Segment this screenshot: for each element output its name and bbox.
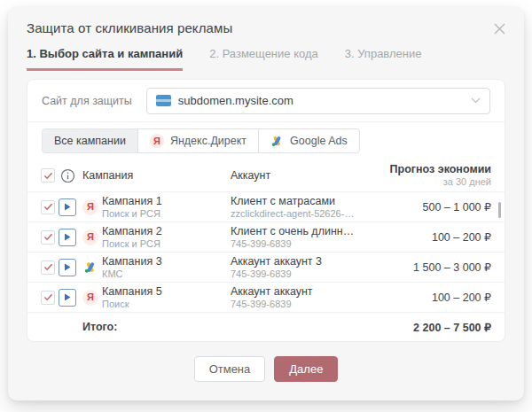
yandex-icon: Я [82,290,98,306]
row-checkbox[interactable] [41,291,55,305]
row-checkbox[interactable] [41,200,55,214]
campaign-type: Поиск и РСЯ [102,208,231,220]
campaign-name: Кампания 2 [102,225,231,238]
table-header-row: Кампания Аккаунт Прогноз экономии за 30 … [27,159,505,191]
table-total-row: Итого: 2 200 – 7 500 ₽ [27,312,505,341]
account-name: Аккаунт аккаунт 3 [231,255,358,268]
table-row: Я Кампания 5Поиск Аккаунт аккаунт745-399… [27,282,505,312]
scrollbar-thumb[interactable] [498,202,501,218]
campaign-type: Поиск и РСЯ [102,238,231,250]
content-card: Сайт для защиты subdomen.mysite.com Все … [27,79,505,342]
column-header-forecast-subtitle: за 30 дней [358,176,491,188]
tab-step-3-management[interactable]: 3. Управление [345,47,422,71]
campaign-name: Кампания 5 [102,285,231,299]
platform-icon: Я [82,260,98,276]
select-all-checkbox[interactable] [41,168,55,183]
modal-footer: Отмена Далее [8,356,524,382]
account-id: 745-399-6839 [231,299,358,310]
yandex-icon: Я [150,134,164,148]
table-row: Я Кампания 2Поиск и РСЯ Клиент с очень д… [27,222,505,252]
filter-yandex-direct-label: Яндекс.Директ [170,135,246,147]
column-header-campaign: Кампания [82,169,231,182]
account-name: Аккаунт аккаунт [231,285,358,299]
account-id: 745-399-6839 [231,238,358,250]
column-header-forecast: Прогноз экономии за 30 дней [358,163,491,188]
yandex-icon: Я [82,229,98,245]
play-button[interactable] [59,259,76,276]
forecast-value: 1 500 – 3 000 ₽ [358,260,491,274]
modal-header: Защита от скликивания рекламы [8,7,524,37]
tab-step-1-site-and-campaigns[interactable]: 1. Выбор сайта и кампаний [27,47,183,71]
campaign-type: КМС [102,268,231,280]
filter-yandex-direct[interactable]: Я Яндекс.Директ [137,128,259,153]
play-button[interactable] [59,198,76,216]
tab-step-2-code-placement[interactable]: 2. Размещение кода [209,47,318,71]
yandex-icon: Я [82,199,98,215]
row-checkbox[interactable] [41,260,55,275]
account-id: 745-399-6839 [231,268,358,280]
table-row: Я Кампания 3КМС Аккаунт аккаунт 3745-399… [27,252,505,282]
platform-icon: Я [82,199,98,215]
table-row: Я Кампания 1Поиск и РСЯ Клиент с матраса… [27,191,505,222]
filter-all-campaigns[interactable]: Все кампании [42,128,138,153]
site-selector-label: Сайт для защиты [42,95,132,107]
filter-all-campaigns-label: Все кампании [54,135,126,147]
google-ads-icon [270,135,284,148]
close-icon[interactable] [491,20,508,37]
site-select-dropdown[interactable]: subdomen.mysite.com [146,88,490,114]
platform-icon: Я [82,229,98,245]
account-name: Клиент с очень длинным назва... [231,225,358,238]
account-name: Клиент с матрасами [231,195,358,208]
play-button[interactable] [59,229,76,246]
next-button[interactable]: Далее [274,356,338,382]
chevron-down-icon [471,97,481,104]
forecast-value: 100 – 200 ₽ [358,230,491,244]
site-selector-row: Сайт для защиты subdomen.mysite.com [27,80,505,121]
modal-title: Защита от скликивания рекламы [27,20,232,35]
info-icon[interactable] [59,167,76,184]
campaign-name: Кампания 1 [102,195,231,208]
forecast-value: 500 – 1 000 ₽ [358,200,491,214]
filter-google-ads[interactable]: Google Ads [258,128,360,153]
play-button[interactable] [59,289,76,307]
column-header-forecast-title: Прогноз экономии [358,163,491,176]
account-id: zzclickdirect-agent-52626-peh5 [231,208,358,220]
filter-google-ads-label: Google Ads [290,135,348,147]
total-value: 2 200 – 7 500 ₽ [413,321,491,334]
site-favicon-icon [156,95,171,106]
total-label: Итого: [82,321,117,333]
row-checkbox[interactable] [41,230,55,245]
modal: Защита от скликивания рекламы 1. Выбор с… [8,7,524,400]
wizard-tabs: 1. Выбор сайта и кампаний 2. Размещение … [8,47,524,71]
cancel-button[interactable]: Отмена [194,356,266,382]
google-ads-icon [83,260,98,275]
platform-filters: Все кампании Я Яндекс.Директ Google Ads [27,122,505,159]
campaign-name: Кампания 3 [102,255,231,268]
site-select-value: subdomen.mysite.com [178,94,464,107]
column-header-account: Аккаунт [231,169,358,182]
platform-icon: Я [82,290,98,306]
forecast-value: 100 – 200 ₽ [358,291,491,304]
campaign-type: Поиск [102,299,231,310]
